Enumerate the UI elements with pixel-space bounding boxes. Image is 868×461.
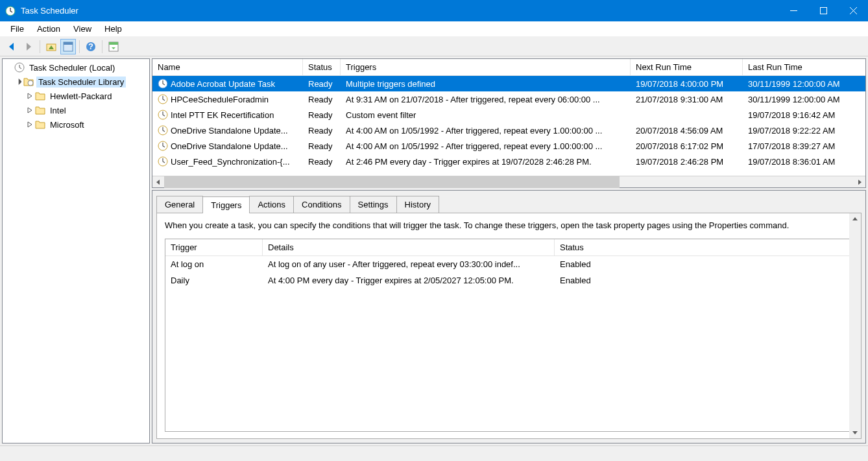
scroll-right-icon[interactable]	[854, 176, 865, 188]
close-button[interactable]	[838, 0, 868, 21]
trigger-details-cell: At log on of any user - After triggered,…	[263, 258, 555, 270]
task-list-body[interactable]: Adobe Acrobat Update TaskReadyMultiple t…	[152, 76, 865, 176]
tab-conditions[interactable]: Conditions	[293, 196, 350, 213]
status-bar	[0, 445, 868, 461]
task-name-cell: Adobe Acrobat Update Task	[152, 78, 303, 89]
tree-panel[interactable]: Task Scheduler (Local) Task Scheduler Li…	[2, 58, 150, 443]
expander-closed-icon[interactable]	[26, 121, 34, 128]
col-header-triggers[interactable]: Triggers	[341, 59, 631, 75]
task-list-header: Name Status Triggers Next Run Time Last …	[152, 59, 865, 76]
menu-help[interactable]: Help	[98, 22, 128, 36]
maximize-button[interactable]	[808, 0, 838, 21]
window-title: Task Scheduler	[21, 6, 778, 16]
task-name-cell: HPCeeScheduleForadmin	[152, 94, 303, 104]
trig-col-status[interactable]: Status	[555, 239, 852, 255]
horizontal-scrollbar[interactable]	[152, 176, 865, 187]
trigger-row[interactable]: DailyAt 4:00 PM every day - Trigger expi…	[165, 272, 852, 289]
scroll-left-icon[interactable]	[152, 176, 164, 188]
col-header-status[interactable]: Status	[303, 59, 341, 75]
task-status-cell: Ready	[303, 79, 341, 89]
task-row[interactable]: Adobe Acrobat Update TaskReadyMultiple t…	[152, 76, 865, 91]
trigger-name-cell: At log on	[165, 258, 263, 270]
detail-panel: General Triggers Actions Conditions Sett…	[152, 190, 866, 443]
tab-settings[interactable]: Settings	[350, 196, 397, 213]
tree-label: Task Scheduler Library	[36, 77, 126, 88]
task-row[interactable]: OneDrive Standalone Update...ReadyAt 4:0…	[152, 123, 865, 138]
menu-bar: File Action View Help	[0, 21, 868, 37]
scroll-track[interactable]	[164, 176, 854, 188]
tab-history[interactable]: History	[396, 196, 439, 213]
tree-node-intel[interactable]: Intel	[3, 103, 149, 117]
scroll-up-icon[interactable]	[849, 213, 861, 225]
task-status-cell: Ready	[303, 95, 341, 104]
expander-icon[interactable]	[5, 64, 13, 71]
task-next-cell: 20/07/2018 4:56:09 AM	[631, 126, 743, 136]
menu-action[interactable]: Action	[30, 22, 67, 36]
tree-node-microsoft[interactable]: Microsoft	[3, 117, 149, 132]
task-name-cell: OneDrive Standalone Update...	[152, 141, 303, 151]
task-triggers-cell: At 2:46 PM every day - Trigger expires a…	[341, 157, 631, 167]
help-button[interactable]: ?	[83, 39, 99, 54]
scroll-down-icon[interactable]	[849, 427, 861, 438]
task-last-cell: 17/07/2018 8:39:27 AM	[743, 141, 865, 151]
folder-icon	[35, 105, 45, 115]
minimize-button[interactable]	[778, 0, 808, 21]
tree-label: Microsoft	[48, 119, 86, 130]
task-name-cell: OneDrive Standalone Update...	[152, 125, 303, 136]
col-header-next[interactable]: Next Run Time	[631, 59, 743, 75]
col-header-last[interactable]: Last Run Time	[743, 59, 865, 75]
tab-actions[interactable]: Actions	[249, 196, 294, 213]
task-triggers-cell: Multiple triggers defined	[341, 79, 631, 89]
up-button[interactable]	[43, 39, 59, 54]
menu-file[interactable]: File	[4, 22, 30, 36]
task-row[interactable]: OneDrive Standalone Update...ReadyAt 4:0…	[152, 138, 865, 154]
trig-col-details[interactable]: Details	[263, 239, 555, 255]
task-row[interactable]: Intel PTT EK RecertificationReadyCustom …	[152, 107, 865, 123]
task-row[interactable]: HPCeeScheduleForadminReadyAt 9:31 AM on …	[152, 91, 865, 107]
vertical-scrollbar[interactable]	[849, 213, 861, 438]
scroll-track[interactable]	[849, 225, 861, 427]
tree-library[interactable]: Task Scheduler Library	[3, 75, 149, 89]
tree-node-hp[interactable]: Hewlett-Packard	[3, 89, 149, 103]
scroll-thumb[interactable]	[164, 176, 620, 188]
trig-col-trigger[interactable]: Trigger	[165, 239, 263, 255]
toolbar: ?	[0, 37, 868, 56]
triggers-body[interactable]: At log onAt log on of any user - After t…	[165, 256, 852, 289]
export-button[interactable]	[106, 39, 121, 54]
task-last-cell: 19/07/2018 9:16:42 AM	[743, 110, 865, 120]
back-button[interactable]	[4, 39, 19, 54]
menu-view[interactable]: View	[67, 22, 98, 36]
task-last-cell: 19/07/2018 9:22:22 AM	[743, 126, 865, 136]
tab-strip: General Triggers Actions Conditions Sett…	[156, 196, 862, 213]
clock-icon	[14, 62, 25, 73]
task-status-cell: Ready	[303, 126, 341, 136]
task-triggers-cell: At 4:00 AM on 1/05/1992 - After triggere…	[341, 141, 631, 151]
expander-closed-icon[interactable]	[26, 106, 34, 114]
expander-open-icon[interactable]	[14, 78, 22, 86]
triggers-table: Trigger Details Status At log onAt log o…	[165, 239, 853, 432]
tree-root[interactable]: Task Scheduler (Local)	[3, 60, 149, 75]
task-name-cell: User_Feed_Synchronization-{...	[152, 156, 303, 167]
toolbar-separator	[102, 40, 102, 53]
svg-rect-4	[64, 42, 73, 45]
trigger-row[interactable]: At log onAt log on of any user - After t…	[165, 256, 852, 272]
trigger-status-cell: Enabled	[555, 274, 652, 287]
col-header-name[interactable]: Name	[152, 59, 303, 75]
svg-point-10	[28, 80, 33, 86]
tab-general[interactable]: General	[156, 196, 203, 213]
svg-text:?: ?	[88, 41, 93, 51]
properties-button[interactable]	[60, 39, 76, 54]
task-triggers-cell: At 9:31 AM on 21/07/2018 - After trigger…	[341, 95, 631, 104]
svg-rect-1	[820, 8, 826, 14]
task-name-cell: Intel PTT EK Recertification	[152, 110, 303, 120]
forward-button[interactable]	[21, 39, 36, 54]
tab-triggers[interactable]: Triggers	[202, 196, 250, 213]
tree-label: Task Scheduler (Local)	[27, 62, 117, 73]
triggers-header: Trigger Details Status	[165, 239, 852, 256]
expander-closed-icon[interactable]	[26, 92, 34, 100]
trigger-status-cell: Enabled	[555, 258, 652, 270]
task-last-cell: 30/11/1999 12:00:00 AM	[743, 95, 865, 104]
tab-content: When you create a task, you can specify …	[156, 213, 862, 439]
task-row[interactable]: User_Feed_Synchronization-{...ReadyAt 2:…	[152, 154, 865, 169]
toolbar-separator	[40, 40, 40, 53]
